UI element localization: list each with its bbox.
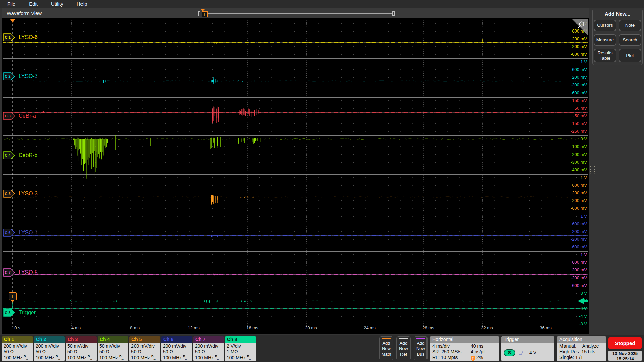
- channel-bandwidth: 100 MHz Bw: [67, 355, 95, 361]
- horizontal-value: T2%: [471, 355, 497, 361]
- svg-text:C 7: C 7: [5, 270, 10, 275]
- run-stop-status-button[interactable]: Stopped: [608, 337, 642, 349]
- trigger-position-t-icon[interactable]: T: [202, 11, 208, 17]
- channel-badge-ch8[interactable]: Ch 82 V/div1 MΩ100 MHz Bw: [225, 336, 256, 361]
- menu-item-file[interactable]: File: [7, 1, 15, 7]
- channel-badge-header: Ch 5: [129, 336, 160, 343]
- svg-text:-50 mV: -50 mV: [573, 113, 587, 118]
- channel-handle-C5[interactable]: C 5LYSO-3: [4, 190, 38, 197]
- channel-handle-C7[interactable]: C 7LYSO-5: [4, 269, 38, 276]
- svg-text:-200 mV: -200 mV: [571, 152, 587, 157]
- menu-bar: FileEditUtilityHelp: [0, 0, 644, 8]
- channel-handle-C6[interactable]: C 6LYSO-1: [4, 229, 38, 236]
- svg-text:600 mV: 600 mV: [572, 221, 587, 226]
- svg-text:-250 mV: -250 mV: [571, 129, 587, 134]
- channel-badge-settings: 200 mV/div50 Ω100 MHz Bw: [34, 343, 65, 361]
- scale-labels-C8: 8 V4 V0 V-4 V-8 V: [579, 291, 587, 326]
- add-new-panel: Add New... CursorsNoteMeasureSearchResul…: [592, 9, 643, 65]
- channel-badge-ch1[interactable]: Ch 1200 mV/div50 Ω100 MHz Bw: [2, 336, 33, 361]
- add-new-bus-button[interactable]: Add New Bus: [414, 336, 428, 360]
- svg-text:20 ms: 20 ms: [305, 325, 317, 330]
- channel-badge-ch4[interactable]: Ch 450 mV/div50 Ω100 MHz Bw: [98, 336, 128, 361]
- svg-text:28 ms: 28 ms: [422, 325, 434, 330]
- add-new-search-button[interactable]: Search: [619, 34, 641, 46]
- add-new-measure-button[interactable]: Measure: [594, 34, 616, 46]
- channel-handle-C1[interactable]: C 1LYSO-6: [4, 34, 38, 41]
- accent-bar: [382, 338, 391, 339]
- channel-trace-C5[interactable]: [3, 195, 588, 205]
- trigger-position-slider[interactable]: T: [195, 8, 403, 18]
- waveform-plot[interactable]: 0 s4 ms8 ms12 ms16 ms20 ms24 ms28 ms32 m…: [3, 19, 588, 333]
- channel-impedance: 50 Ω: [67, 349, 95, 355]
- svg-text:8 V: 8 V: [580, 291, 587, 296]
- channel-bandwidth: 100 MHz Bw: [195, 355, 222, 361]
- add-new-results-table-button[interactable]: Results Table: [594, 49, 616, 62]
- time-value: 15:25:14: [608, 356, 642, 362]
- channel-impedance: 50 Ω: [99, 349, 127, 355]
- channel-badge-header: Ch 3: [66, 336, 97, 343]
- svg-text:0 V: 0 V: [580, 136, 587, 141]
- channel-trace-C8[interactable]: [3, 300, 588, 309]
- add-new-title: Add New...: [594, 11, 641, 17]
- svg-text:1 V: 1 V: [580, 252, 587, 257]
- svg-text:-200 mV: -200 mV: [571, 82, 587, 87]
- channel-badge-ch6[interactable]: Ch 6200 mV/div50 Ω100 MHz Bw: [161, 336, 192, 361]
- svg-text:16 ms: 16 ms: [246, 325, 258, 330]
- slider-right-bracket[interactable]: [392, 11, 395, 16]
- add-new-plot-button[interactable]: Plot: [619, 49, 641, 62]
- trigger-settings-panel[interactable]: Trigger 8 4 V: [501, 336, 554, 361]
- date-time-display: 13 Nov 2025 15:25:14: [608, 351, 642, 361]
- scale-labels-C6: 1 V600 mV200 mV-200 mV-600 mV: [571, 214, 587, 249]
- channel-handle-C2[interactable]: C 2LYSO-7: [4, 73, 38, 80]
- svg-text:-200 mV: -200 mV: [571, 44, 587, 49]
- svg-text:200 mV: 200 mV: [572, 75, 587, 80]
- svg-text:C 3: C 3: [5, 114, 10, 118]
- svg-text:-8 V: -8 V: [579, 321, 587, 326]
- waveform-view-title: Waveform View: [7, 10, 42, 16]
- add-new-math-button[interactable]: Add New Math: [379, 336, 393, 360]
- trigger-level-value: 4 V: [529, 350, 536, 356]
- channel-badge-ch7[interactable]: Ch 7200 mV/div50 Ω100 MHz Bw: [193, 336, 224, 361]
- channel-handle-C4[interactable]: C 4CebR-b: [4, 152, 37, 159]
- channel-badge-ch2[interactable]: Ch 2200 mV/div50 Ω100 MHz Bw: [34, 336, 65, 361]
- scale-labels-C2: 1 V600 mV200 mV-200 mV-600 mV: [571, 59, 587, 95]
- slider-track: [202, 13, 393, 14]
- svg-text:LYSO-5: LYSO-5: [19, 269, 38, 275]
- add-new-ref-button[interactable]: Add New Ref: [396, 336, 411, 360]
- channel-trace-C2[interactable]: [3, 77, 588, 84]
- horizontal-settings-panel[interactable]: Horizontal 4 ms/div40 msSR: 250 MS/s4 ns…: [430, 336, 499, 361]
- channel-trace-C7[interactable]: [3, 273, 588, 275]
- horizontal-value: RL: 10 Mpts: [432, 355, 471, 361]
- svg-text:200 mV: 200 mV: [572, 190, 587, 195]
- channel-trace-C6[interactable]: [3, 235, 588, 237]
- trigger-source-badge[interactable]: 8: [504, 349, 515, 356]
- acquisition-settings-panel[interactable]: Acquisition Manual, Analyze High Res: 15…: [557, 336, 606, 361]
- channel-trace-C4[interactable]: [3, 135, 588, 179]
- add-new-note-button[interactable]: Note: [619, 20, 641, 31]
- svg-text:200 mV: 200 mV: [572, 229, 587, 234]
- menu-item-utility[interactable]: Utility: [51, 1, 63, 7]
- scale-labels-C3: 150 mV50 mV-50 mV-150 mV-250 mV: [571, 98, 587, 134]
- channel-scale: 50 mV/div: [67, 343, 95, 349]
- channel-badge-ch5[interactable]: Ch 5200 mV/div50 Ω100 MHz Bw: [129, 336, 160, 361]
- menu-item-edit[interactable]: Edit: [29, 1, 38, 7]
- channel-badge-header: Ch 1: [2, 336, 33, 343]
- panel-resize-handle[interactable]: ⋮⋮⋮⋮: [588, 166, 592, 177]
- svg-text:32 ms: 32 ms: [481, 325, 493, 330]
- svg-text:-600 mV: -600 mV: [571, 283, 587, 288]
- channel-trace-C1[interactable]: [3, 37, 588, 47]
- channel-badge-ch3[interactable]: Ch 350 mV/div50 Ω100 MHz Bw: [66, 336, 97, 361]
- channel-trace-C3[interactable]: [3, 105, 588, 124]
- acquisition-single: Single: 1 /1: [559, 355, 604, 360]
- svg-text:LYSO-6: LYSO-6: [19, 34, 38, 40]
- channel-badge-settings: 2 V/div1 MΩ100 MHz Bw: [225, 343, 256, 361]
- add-new-cursors-button[interactable]: Cursors: [594, 20, 616, 31]
- svg-text:0 V: 0 V: [580, 306, 587, 311]
- svg-text:CeBr-a: CeBr-a: [19, 113, 36, 119]
- channel-handle-C3[interactable]: C 3CeBr-a: [4, 112, 36, 120]
- channel-handle-C8[interactable]: C 8Trigger: [4, 309, 36, 316]
- horizontal-panel-title: Horizontal: [430, 336, 499, 343]
- trigger-position-line[interactable]: [10, 19, 15, 327]
- time-axis: 0 s4 ms8 ms12 ms16 ms20 ms24 ms28 ms32 m…: [14, 325, 552, 330]
- menu-item-help[interactable]: Help: [77, 1, 87, 7]
